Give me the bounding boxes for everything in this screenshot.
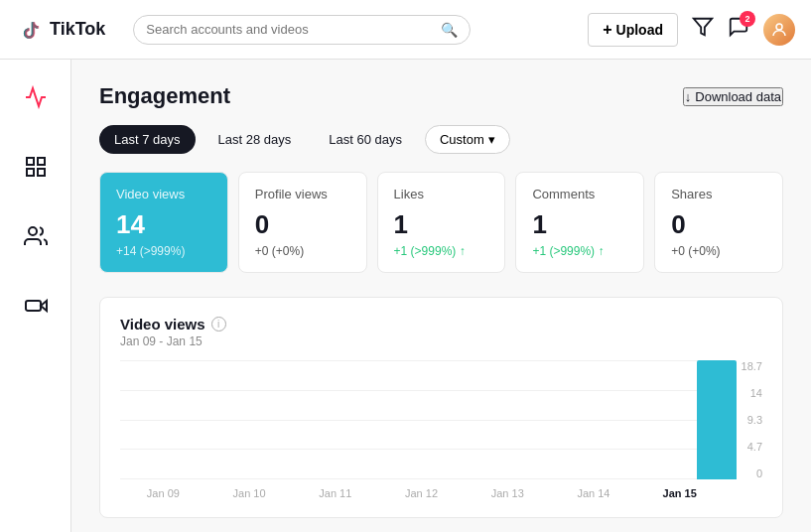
chart-title: Video views xyxy=(120,316,205,332)
avatar[interactable] xyxy=(763,14,795,46)
bar-col xyxy=(395,360,486,479)
svg-rect-6 xyxy=(27,169,34,176)
notification-badge: 2 xyxy=(740,11,755,27)
page-title: Engagement xyxy=(99,83,230,109)
stat-label-profile-views: Profile views xyxy=(255,187,350,201)
bar-col xyxy=(120,360,211,479)
stat-label-likes: Likes xyxy=(394,187,489,201)
y-label: 9.3 xyxy=(747,414,762,426)
sidebar-item-video[interactable] xyxy=(18,288,54,330)
stat-label-shares: Shares xyxy=(671,187,766,201)
svg-rect-4 xyxy=(38,158,45,165)
top-navigation: TikTok 🔍 + Upload 2 xyxy=(0,0,811,60)
stat-change-shares: +0 (+0%) xyxy=(671,244,766,258)
svg-point-7 xyxy=(29,227,37,235)
svg-rect-5 xyxy=(38,169,45,176)
stat-label-comments: Comments xyxy=(532,187,627,201)
download-label: Download data xyxy=(695,89,781,104)
video-icon xyxy=(24,294,48,324)
search-icon: 🔍 xyxy=(441,22,458,38)
stat-card-comments[interactable]: Comments 1 +1 (>999%) ↑ xyxy=(515,172,644,273)
x-label: Jan 11 xyxy=(292,487,378,499)
filter-last-60-days[interactable]: Last 60 days xyxy=(314,125,417,154)
search-input[interactable] xyxy=(146,22,441,37)
custom-label: Custom xyxy=(440,132,484,147)
date-filter: Last 7 days Last 28 days Last 60 days Cu… xyxy=(99,125,783,154)
tiktok-logo-icon xyxy=(16,16,44,44)
logo-text: TikTok xyxy=(50,19,105,40)
y-label: 14 xyxy=(750,387,762,399)
chart-date-range: Jan 09 - Jan 15 xyxy=(120,334,762,348)
svg-point-2 xyxy=(776,24,782,30)
download-icon: ↓ xyxy=(685,89,692,104)
main-layout: Engagement ↓ Download data Last 7 days L… xyxy=(0,60,811,532)
sidebar-item-analytics[interactable] xyxy=(18,79,54,121)
x-label: Jan 09 xyxy=(120,487,206,499)
x-label: Jan 14 xyxy=(551,487,637,499)
filter-custom[interactable]: Custom ▾ xyxy=(425,125,510,154)
sidebar-item-dashboard[interactable] xyxy=(18,149,54,191)
x-labels: Jan 09Jan 10Jan 11Jan 12Jan 13Jan 14Jan … xyxy=(120,487,723,499)
chart-area: Jan 09Jan 10Jan 11Jan 12Jan 13Jan 14Jan … xyxy=(120,360,762,499)
stat-value-comments: 1 xyxy=(532,209,627,240)
stat-change-profile-views: +0 (+0%) xyxy=(255,244,350,258)
x-label: Jan 13 xyxy=(465,487,551,499)
chart-section: Video views i Jan 09 - Jan 15 Jan 09J xyxy=(99,297,783,518)
download-button[interactable]: ↓ Download data xyxy=(683,87,783,106)
bars-container xyxy=(120,360,762,479)
y-label: 0 xyxy=(756,467,762,479)
stat-card-video-views[interactable]: Video views 14 +14 (>999%) xyxy=(99,172,228,273)
svg-marker-1 xyxy=(694,19,712,36)
main-content: Engagement ↓ Download data Last 7 days L… xyxy=(71,60,811,532)
filter-last-7-days[interactable]: Last 7 days xyxy=(99,125,196,154)
chart-title-row: Video views i xyxy=(120,316,762,332)
stat-label-video-views: Video views xyxy=(116,187,211,201)
x-label: Jan 15 xyxy=(636,487,723,499)
stat-change-likes: +1 (>999%) ↑ xyxy=(394,244,489,258)
bar-col xyxy=(579,360,670,479)
stat-change-video-views: +14 (>999%) xyxy=(116,244,211,258)
stat-value-likes: 1 xyxy=(394,209,489,240)
filter-last-28-days[interactable]: Last 28 days xyxy=(203,125,307,154)
y-label: 4.7 xyxy=(747,441,762,453)
stat-card-profile-views[interactable]: Profile views 0 +0 (+0%) xyxy=(238,172,367,273)
chart-y-axis: 18.7149.34.70 xyxy=(727,360,762,479)
y-label: 18.7 xyxy=(742,360,762,372)
chevron-down-icon: ▾ xyxy=(488,132,495,147)
users-icon xyxy=(24,224,48,254)
stats-cards: Video views 14 +14 (>999%) Profile views… xyxy=(99,172,783,273)
nav-right-actions: + Upload 2 xyxy=(588,13,795,47)
info-icon[interactable]: i xyxy=(211,317,226,332)
upload-button[interactable]: + Upload xyxy=(588,13,678,47)
stat-value-shares: 0 xyxy=(671,209,766,240)
stat-value-video-views: 14 xyxy=(116,209,211,240)
bar-col xyxy=(304,360,395,479)
stat-change-comments: +1 (>999%) ↑ xyxy=(532,244,627,258)
logo[interactable]: TikTok xyxy=(16,16,105,44)
x-label: Jan 10 xyxy=(206,487,293,499)
upload-label: Upload xyxy=(616,22,663,38)
analytics-icon xyxy=(24,85,48,115)
plus-icon: + xyxy=(603,21,611,39)
sidebar-item-users[interactable] xyxy=(18,218,54,260)
x-label: Jan 12 xyxy=(378,487,465,499)
sidebar xyxy=(0,60,71,532)
search-bar[interactable]: 🔍 xyxy=(133,15,471,45)
inbox-icon[interactable]: 2 xyxy=(728,16,749,43)
bar-col xyxy=(211,360,303,479)
dashboard-icon xyxy=(24,155,48,185)
stat-card-shares[interactable]: Shares 0 +0 (+0%) xyxy=(654,172,783,273)
filter-icon[interactable] xyxy=(692,16,714,43)
stat-value-profile-views: 0 xyxy=(255,209,350,240)
stat-card-likes[interactable]: Likes 1 +1 (>999%) ↑ xyxy=(377,172,506,273)
bar-col xyxy=(487,360,579,479)
page-header: Engagement ↓ Download data xyxy=(99,83,783,109)
svg-rect-8 xyxy=(26,301,41,311)
svg-rect-3 xyxy=(27,158,34,165)
